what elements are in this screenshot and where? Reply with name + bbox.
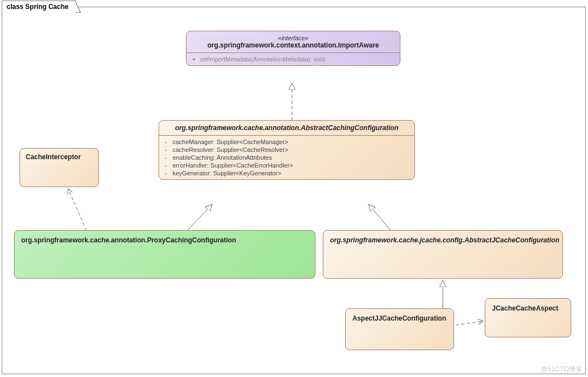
class-name: org.springframework.cache.jcache.config.…: [330, 236, 556, 244]
class-name: AspectJJCacheConfiguration: [352, 314, 447, 322]
class-abstract-jcache[interactable]: org.springframework.cache.jcache.config.…: [323, 230, 563, 279]
watermark: @51CTO博客: [541, 365, 582, 374]
class-name: org.springframework.cache.annotation.Pro…: [21, 236, 308, 244]
class-name: org.springframework.context.annotation.I…: [192, 41, 394, 49]
field-row: -cacheManager: Supplier<CacheManager>: [165, 138, 409, 146]
class-name: org.springframework.cache.annotation.Abs…: [165, 124, 409, 132]
class-import-aware[interactable]: «interface» org.springframework.context.…: [186, 31, 400, 66]
diagram-title: class Spring Cache: [7, 3, 69, 11]
class-cache-interceptor[interactable]: CacheInterceptor: [20, 148, 99, 187]
class-jcache-aspect[interactable]: JCacheCacheAspect: [485, 298, 571, 337]
class-name: CacheInterceptor: [26, 153, 93, 161]
class-proxy-caching[interactable]: org.springframework.cache.annotation.Pro…: [14, 230, 315, 279]
class-abstract-caching[interactable]: org.springframework.cache.annotation.Abs…: [159, 120, 415, 180]
diagram-title-tab: class Spring Cache: [2, 1, 76, 13]
field-row: -errorHandler: Supplier<CacheErrorHandle…: [165, 161, 409, 169]
class-name: JCacheCacheAspect: [492, 304, 564, 312]
field-row: -keyGenerator: Supplier<KeyGenerator>: [165, 169, 409, 177]
method-row: +setImportMetadata(AnnotationMetadata): …: [192, 55, 394, 63]
field-row: -enableCaching: AnnotationAttributes: [165, 154, 409, 161]
class-aspectj-jcache[interactable]: AspectJJCacheConfiguration: [345, 308, 454, 350]
field-row: -cacheResolver: Supplier<CacheResolver>: [165, 146, 409, 154]
stereotype-label: «interface»: [192, 35, 394, 41]
